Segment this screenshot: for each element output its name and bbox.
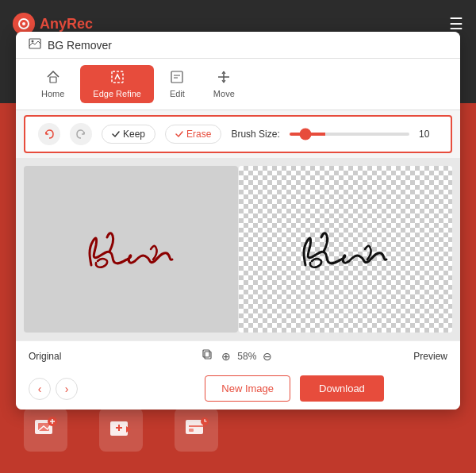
redo-button[interactable] — [70, 123, 92, 145]
edit-label: Edit — [170, 89, 185, 98]
bottom-info-bar: Original ⊕ 58% ⊖ Preview — [16, 340, 460, 371]
keep-button[interactable]: Keep — [102, 125, 155, 144]
zoom-value: 58% — [237, 351, 256, 362]
edge-refine-icon — [110, 70, 125, 87]
svg-rect-12 — [112, 71, 123, 83]
preview-signature — [282, 213, 409, 285]
move-label: Move — [213, 89, 235, 98]
prev-button[interactable]: ‹ — [29, 378, 51, 400]
main-modal: BG Remover Home — [16, 32, 460, 410]
tool-nav: Home Edge Refine Edit — [29, 65, 248, 103]
next-button[interactable]: › — [56, 378, 78, 400]
next-icon: › — [65, 383, 69, 395]
preview-panel — [239, 166, 453, 333]
original-signature — [67, 213, 194, 285]
controls-bar: Keep Erase Brush Size: 10 — [24, 115, 452, 153]
keep-label: Keep — [123, 129, 145, 140]
tool-edit[interactable]: Edit — [157, 65, 198, 103]
svg-rect-16 — [203, 350, 209, 357]
svg-point-1 — [22, 22, 25, 25]
tool-edge-refine[interactable]: Edge Refine — [80, 65, 154, 103]
brush-size-slider[interactable] — [290, 133, 409, 136]
edit-icon — [170, 70, 184, 87]
home-label: Home — [41, 89, 64, 98]
modal-header-icon — [29, 38, 41, 52]
original-label: Original — [29, 351, 61, 362]
hamburger-button[interactable]: ☰ — [449, 14, 463, 33]
svg-rect-13 — [171, 71, 182, 83]
new-image-button[interactable]: New Image — [205, 375, 290, 402]
download-button[interactable]: Download — [300, 375, 384, 402]
zoom-out-button[interactable]: ⊖ — [261, 348, 274, 364]
svg-rect-15 — [205, 352, 211, 359]
svg-point-10 — [32, 40, 34, 43]
undo-button[interactable] — [38, 123, 60, 145]
logo-text: AnyRec — [40, 16, 93, 33]
edge-refine-label: Edge Refine — [93, 89, 141, 98]
preview-label: Preview — [413, 351, 447, 362]
action-buttons: New Image Download — [205, 375, 384, 402]
copy-button[interactable] — [201, 348, 215, 364]
zoom-in-button[interactable]: ⊕ — [220, 348, 232, 364]
svg-rect-7 — [189, 429, 194, 432]
svg-rect-9 — [29, 39, 40, 48]
canvas-area — [16, 158, 460, 340]
brush-size-value: 10 — [419, 129, 438, 140]
prev-icon: ‹ — [38, 383, 42, 395]
modal-title: BG Remover — [48, 39, 112, 52]
original-panel — [24, 166, 238, 333]
svg-rect-14 — [67, 213, 194, 285]
home-icon — [46, 70, 60, 87]
footer-icon-1 — [24, 408, 67, 452]
tool-home[interactable]: Home — [29, 65, 77, 103]
erase-label: Erase — [186, 129, 211, 140]
footer-icon-3 — [175, 408, 218, 452]
tool-navbar: Home Edge Refine Edit — [16, 59, 460, 110]
svg-rect-6 — [186, 420, 203, 434]
zoom-controls: ⊕ 58% ⊖ — [201, 348, 274, 364]
erase-button[interactable]: Erase — [165, 125, 221, 144]
action-bar: ‹ › New Image Download — [16, 371, 460, 410]
move-icon — [217, 70, 231, 87]
brush-size-label: Brush Size: — [231, 129, 279, 140]
tool-move[interactable]: Move — [201, 65, 248, 103]
svg-rect-11 — [50, 77, 56, 83]
footer-icon-2 — [99, 408, 143, 452]
modal-header: BG Remover — [16, 32, 460, 59]
